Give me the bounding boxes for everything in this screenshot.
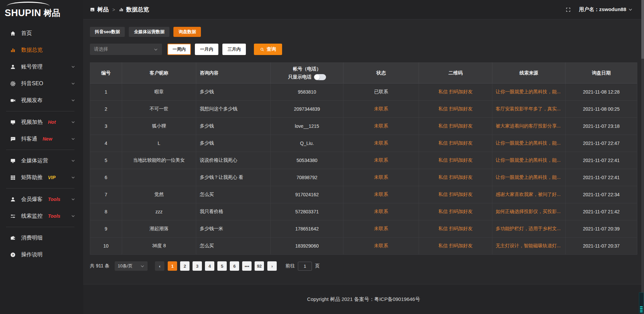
private-message-link[interactable]: 私信	[438, 89, 448, 94]
scan-add-friend-link[interactable]: 扫码加好友	[449, 192, 473, 197]
scan-add-friend-link[interactable]: 扫码加好友	[449, 243, 473, 248]
page-button-3[interactable]: 3	[193, 261, 202, 271]
tab-omni-media-data[interactable]: 全媒体运营数据	[129, 27, 169, 37]
sidebar-item-matrix-boost[interactable]: 矩阵助推VIP	[0, 169, 83, 186]
scrollbar[interactable]	[641, 0, 644, 314]
fullscreen-icon[interactable]	[566, 7, 571, 12]
toggle-knob	[314, 74, 320, 80]
next-page-button[interactable]: ›	[267, 261, 277, 271]
private-message-link[interactable]: 私信	[438, 192, 448, 197]
user-menu[interactable]: 用户名：zswodun88	[579, 6, 633, 13]
scan-add-friend-link[interactable]: 扫码加好友	[449, 157, 473, 163]
page-button-6[interactable]: 6	[230, 261, 239, 271]
sidebar-item-member-baoke[interactable]: 会员爆客Tools	[0, 191, 83, 208]
page-size-select[interactable]: 10条/页	[115, 261, 148, 271]
private-message-link[interactable]: 私信	[438, 123, 448, 128]
page-ellipsis-button[interactable]: •••	[242, 261, 252, 271]
sidebar-item-badge: Tools	[48, 197, 60, 202]
sidebar-item-label: 操作说明	[21, 251, 43, 258]
scan-add-friend-link[interactable]: 扫码加好友	[449, 226, 473, 231]
sidebar-item-label: 矩阵助推	[21, 174, 43, 181]
lead-source-link[interactable]: 感谢大家喜欢我家，被问了好...	[496, 192, 561, 197]
scan-add-friend-link[interactable]: 扫码加好友	[449, 140, 473, 146]
prev-page-button[interactable]: ‹	[155, 261, 164, 271]
sidebar-item-consumption-detail[interactable]: 消费明细	[0, 229, 83, 246]
scan-add-friend-link[interactable]: 扫码加好友	[449, 174, 473, 180]
page-button-5[interactable]: 5	[217, 261, 227, 271]
sidebar-item-lead-monitor[interactable]: 线索监控Tools	[0, 208, 83, 224]
svg-text:?: ?	[12, 253, 14, 256]
lead-source-link[interactable]: 让你一眼就爱上的黑科技，能...	[496, 140, 561, 146]
sidebar-item-douyin-seo[interactable]: 抖音SEO	[0, 75, 83, 92]
private-message-link[interactable]: 私信	[438, 106, 448, 111]
cell-account: 178651642	[271, 220, 343, 238]
table-row: 8zzz我只看价格572803371未联系私信 扫码加好友如何正确选择投影仪，买…	[90, 203, 637, 220]
cell-nickname	[122, 169, 196, 186]
cell-source: 如何正确选择投影仪，买投影...	[492, 203, 566, 220]
range-button-one-month[interactable]: 一月内	[195, 44, 218, 55]
lead-source-link[interactable]: 如何正确选择投影仪，买投影...	[496, 209, 561, 214]
lead-source-link[interactable]: 多功能护栏灯，适用于乡村文...	[496, 226, 561, 231]
private-message-link[interactable]: 私信	[438, 157, 448, 163]
lead-source-link[interactable]: 被大家追着问的客厅投影分享...	[496, 123, 561, 128]
range-button-three-months[interactable]: 三月内	[222, 44, 246, 55]
sidebar-item-data-overview[interactable]: 数据总览	[0, 42, 83, 58]
filter-select[interactable]: 请选择	[90, 44, 162, 55]
sidebar-item-video-publish[interactable]: 视频发布	[0, 92, 83, 109]
tab-inquiry-data[interactable]: 询盘数据	[173, 27, 201, 37]
sidebar-item-omni-media-operation[interactable]: 全媒体运营	[0, 152, 83, 169]
page-button-1[interactable]: 1	[168, 261, 177, 271]
lead-source-link[interactable]: 让你一眼就爱上的黑科技，能...	[496, 157, 561, 163]
private-message-link[interactable]: 私信	[438, 243, 448, 248]
cell-status: 未联系	[343, 101, 419, 118]
range-button-one-week[interactable]: 一周内	[167, 44, 191, 55]
tab-douyin-seo-data[interactable]: 抖音seo数据	[90, 27, 125, 37]
query-button[interactable]: 查询	[254, 44, 282, 55]
logo[interactable]: SHUPIN 树品	[0, 0, 83, 19]
cell-id: 6	[90, 169, 122, 186]
breadcrumb-root[interactable]: 树品	[97, 6, 109, 13]
sidebar-item-label: 消费明细	[21, 234, 43, 242]
private-message-link[interactable]: 私信	[438, 140, 448, 146]
cell-date: 2021-11-07 22:47	[566, 135, 637, 152]
cell-status: 已联系	[343, 84, 419, 101]
page-button-4[interactable]: 4	[205, 261, 214, 271]
lead-source-link[interactable]: 让你一眼就爱上的黑科技，能...	[496, 89, 561, 94]
lead-source-link[interactable]: 客厅安装投影半年多了，真实...	[496, 106, 561, 111]
cell-date: 2021-11-08 00:25	[566, 101, 637, 118]
sidebar-item-video-heating[interactable]: 视频加热Hot	[0, 114, 83, 130]
cell-qr: 私信 扫码加好友	[419, 203, 492, 220]
filter-bar: 请选择 一周内一月内三月内 查询	[90, 44, 637, 55]
lead-source-link[interactable]: 无主灯设计，智能磁吸轨道灯...	[496, 243, 561, 248]
sidebar-divider	[6, 227, 74, 227]
scan-add-friend-link[interactable]: 扫码加好友	[449, 209, 473, 214]
scan-add-friend-link[interactable]: 扫码加好友	[449, 106, 473, 111]
sidebar-item-account-management[interactable]: 账号管理	[0, 58, 83, 75]
user-icon	[10, 197, 16, 202]
table-header-row: 编号客户昵称咨询内容帐号（电话）只显示电话状态二维码线索来源询盘日期	[90, 63, 637, 84]
cell-nickname: 狐小狸	[122, 118, 196, 135]
sidebar-item-operation-guide[interactable]: ?操作说明	[0, 246, 83, 263]
page-button-92[interactable]: 92	[255, 261, 264, 271]
lead-source-link[interactable]: 让你一眼就爱上的黑科技，能...	[496, 174, 561, 180]
cell-status: 未联系	[343, 186, 419, 203]
phone-only-toggle[interactable]	[314, 74, 326, 80]
sidebar-item-douketong[interactable]: 抖客通New	[0, 130, 83, 147]
page-button-2[interactable]: 2	[180, 261, 190, 271]
comment-icon	[10, 136, 16, 142]
chevron-down-icon	[71, 159, 75, 163]
monitor-icon	[10, 158, 16, 164]
cell-nickname: zzz	[122, 203, 196, 220]
cell-status: 未联系	[343, 135, 419, 152]
scrollbar-thumb[interactable]	[641, 0, 644, 59]
filter-select-placeholder: 请选择	[94, 46, 108, 52]
scan-add-friend-link[interactable]: 扫码加好友	[449, 89, 473, 94]
scan-add-friend-link[interactable]: 扫码加好友	[449, 123, 473, 128]
sidebar-item-home[interactable]: 首页	[0, 25, 83, 42]
cell-id: 7	[90, 186, 122, 203]
private-message-link[interactable]: 私信	[438, 174, 448, 180]
private-message-link[interactable]: 私信	[438, 226, 448, 231]
private-message-link[interactable]: 私信	[438, 209, 448, 214]
cell-id: 1	[90, 84, 122, 101]
jump-page-input[interactable]	[298, 262, 312, 271]
